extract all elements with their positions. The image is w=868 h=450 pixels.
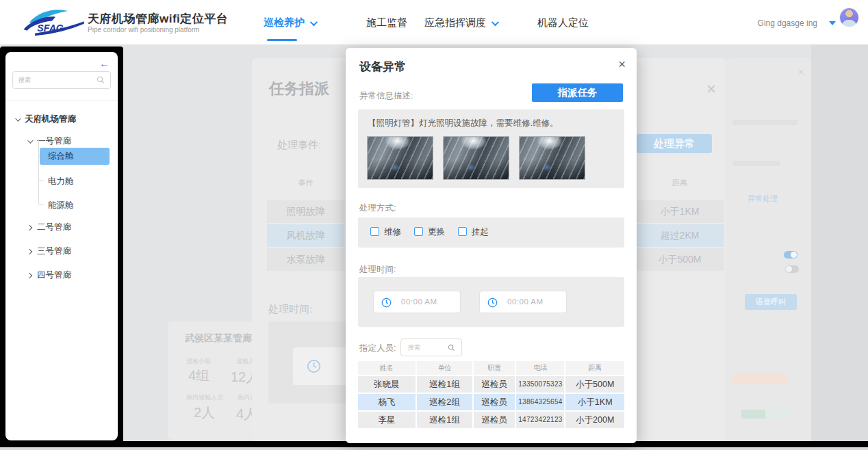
checkbox-icon [370,227,379,236]
stat-value: 2人 [194,403,215,422]
start-time-input[interactable]: 00:00 AM [373,291,461,313]
toggle-off [785,265,799,273]
stats-card-title: 武侯区某某管廊机 [185,332,261,345]
bottom-gray-strip [0,447,868,450]
chevron-right-icon [27,273,32,278]
end-time-input[interactable]: 00:00 AM [479,291,567,313]
background-green-bar [741,410,765,419]
toggle-on [784,251,797,259]
nav-construction-supervision[interactable]: 施工监督 [366,16,407,29]
assignee-label: 指定人员: [359,343,396,354]
chevron-down-icon [15,116,21,121]
method-box: 维修 更换 挂起 [358,217,624,248]
chevron-right-icon [27,249,32,254]
background-orange-bar [732,373,787,383]
tree-cabin-power[interactable]: 电力舱 [48,176,74,187]
clock-icon [381,297,392,308]
platform-subtitle: Pipe corridor wifi positioning platform [88,26,199,34]
tree-corridor-4[interactable]: 四号管廊 [27,269,71,281]
checkbox-replace[interactable]: 更换 [414,226,445,237]
background-event-rows: 照明故障 风机故障 水泵故障 [267,200,344,272]
description-label: 异常信息描述: [359,90,413,102]
exception-handle-link: 异常处理 [748,194,778,204]
assignee-table: 姓名 单位 职责 电话 距离 张晓晨 巡检1组 巡检员 13350075323 … [358,361,624,428]
tree-cabin-comprehensive-selected[interactable]: 综合舱 [40,148,110,165]
close-icon[interactable]: × [618,57,626,70]
background-panel-title: 任务指派 [269,79,329,99]
sidebar: ← 天府机场管廊 一号管廊 综合舱 电力舱 能源舱 二号管廊 [5,52,118,440]
corridor-photo[interactable] [367,136,433,180]
chevron-down-icon [310,18,318,26]
time-label: 处理时间: [359,264,396,276]
chevron-right-icon [27,225,32,230]
assignee-search-input[interactable] [408,339,448,356]
map-strip [811,44,868,441]
search-icon [97,76,105,84]
close-icon: × [798,66,804,79]
sidebar-highlight-frame: ← 天府机场管廊 一号管廊 综合舱 电力舱 能源舱 二号管廊 [0,47,123,447]
table-row[interactable]: 李星 巡检1组 巡检员 14723422123 小于200M [358,412,624,428]
voice-call-button: 语音呼叫 [745,294,797,310]
table-header-row: 姓名 单位 职责 电话 距离 [358,361,624,375]
table-row[interactable]: 张晓晨 巡检1组 巡检员 13350075323 小于500M [358,376,624,393]
event-label: 处理事件: [277,139,321,152]
checkbox-icon [458,227,467,236]
assign-task-button[interactable]: 指派任务 [532,83,623,102]
method-label: 处理方式: [359,202,396,214]
nav-emergency-dispatch[interactable]: 应急指挥调度 [424,16,497,29]
collapse-arrow-icon[interactable]: ← [99,57,110,69]
table-row-selected[interactable]: 杨飞 巡检2组 巡检员 13864325654 小于1KM [358,394,624,410]
checkbox-suspend[interactable]: 挂起 [458,226,489,237]
corridor-photo[interactable] [519,136,585,180]
active-nav-underline [267,39,297,41]
user-avatar[interactable] [840,8,858,27]
user-menu[interactable]: Ging dgasge ing [758,18,817,28]
description-box: 【照明灯管】灯光照明设施故障，需要维修.维修。 [358,109,624,188]
clock-icon [487,297,498,308]
exception-description: 【照明灯管】灯光照明设施故障，需要维修.维修。 [368,118,558,129]
corridor-photo[interactable] [443,136,509,180]
assignee-search-box[interactable] [400,339,462,356]
tree-corridor-3[interactable]: 三号管廊 [27,246,71,257]
background-distance-rows: 小于1KM 超过2KM 小于500M [635,200,724,272]
checkbox-icon [414,227,423,236]
user-caret-icon[interactable] [829,21,836,25]
background-green-bar [765,410,789,419]
checkbox-repair[interactable]: 维修 [370,226,401,237]
company-logo-icon[interactable]: SFAG [18,5,86,40]
sidebar-search-input[interactable] [18,72,94,88]
background-time-label: 处理时间: [268,303,312,316]
tree-corridor-1[interactable]: 一号管廊 [27,135,71,147]
sidebar-search-box[interactable] [12,71,111,89]
device-exception-modal: 设备异常 × 异常信息描述: 指派任务 【照明灯管】灯光照明设施故障，需要维修.… [346,48,637,443]
nav-inspection-maintenance[interactable]: 巡检养护 [264,16,316,29]
handle-exception-button: 处理异常 [637,134,712,153]
clock-icon [307,359,321,373]
tree-root-airport-corridor[interactable]: 天府机场管廊 [15,114,76,125]
close-icon: × [706,81,716,97]
modal-title: 设备异常 [359,59,406,75]
top-header: SFAG 天府机场管廊wifi定位平台 Pipe corridor wifi p… [0,0,868,44]
app-screen: SFAG 天府机场管廊wifi定位平台 Pipe corridor wifi p… [0,0,868,450]
nav-robot-positioning[interactable]: 机器人定位 [537,16,589,29]
background-deep-panel: × 异常处理 语音呼叫 [726,58,811,441]
chevron-down-icon [27,137,33,143]
chevron-down-icon [492,18,499,26]
search-icon [448,344,455,352]
tree-corridor-2[interactable]: 二号管廊 [27,222,71,233]
time-box: 00:00 AM 00:00 AM [358,277,624,327]
tree-cabin-energy[interactable]: 能源舱 [48,200,74,211]
stat-value: 4组 [188,367,209,385]
platform-title: 天府机场管廊wifi定位平台 [88,11,228,27]
